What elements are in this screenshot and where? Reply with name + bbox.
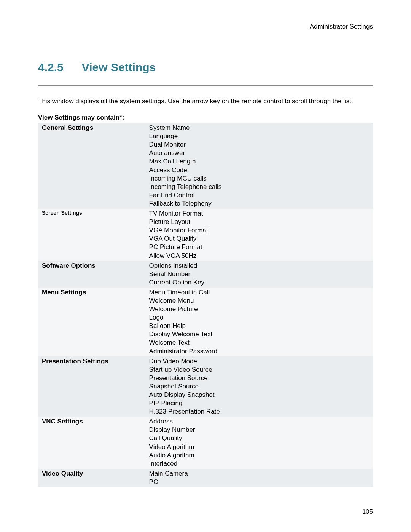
- row-values: Main CameraPC: [145, 469, 373, 487]
- row-values: Menu Timeout in CallWelcome MenuWelcome …: [145, 288, 373, 356]
- table-row: VNC SettingsAddressDisplay NumberCall Qu…: [38, 417, 373, 469]
- table-row: Menu SettingsMenu Timeout in CallWelcome…: [38, 288, 373, 356]
- intro-text: This window displays all the system sett…: [38, 97, 373, 105]
- page-number: 105: [38, 508, 373, 516]
- section-heading: 4.2.5View Settings: [38, 61, 373, 74]
- section-title: View Settings: [82, 61, 156, 74]
- row-label: General Settings: [38, 123, 145, 209]
- table-row: Video QualityMain CameraPC: [38, 469, 373, 487]
- table-row: General SettingsSystem NameLanguageDual …: [38, 123, 373, 209]
- row-values: Duo Video ModeStart up Video SourcePrese…: [145, 356, 373, 417]
- row-label: Menu Settings: [38, 288, 145, 356]
- table-row: Screen SettingsTV Monitor FormatPicture …: [38, 209, 373, 261]
- table-row: Software OptionsOptions InstalledSerial …: [38, 261, 373, 288]
- row-values: TV Monitor FormatPicture LayoutVGA Monit…: [145, 209, 373, 261]
- row-label: Video Quality: [38, 469, 145, 487]
- row-label: VNC Settings: [38, 417, 145, 469]
- row-label: Screen Settings: [38, 209, 145, 261]
- row-label: Software Options: [38, 261, 145, 288]
- divider: [38, 85, 373, 86]
- row-label: Presentation Settings: [38, 356, 145, 417]
- table-title: View Settings may contain*:: [38, 114, 373, 121]
- settings-table: General SettingsSystem NameLanguageDual …: [38, 123, 373, 487]
- section-number: 4.2.5: [38, 61, 64, 74]
- table-row: Presentation SettingsDuo Video ModeStart…: [38, 356, 373, 417]
- page-header: Administrator Settings: [38, 23, 373, 30]
- row-values: Options InstalledSerial NumberCurrent Op…: [145, 261, 373, 288]
- row-values: System NameLanguageDual MonitorAuto answ…: [145, 123, 373, 209]
- row-values: AddressDisplay NumberCall QualityVideo A…: [145, 417, 373, 469]
